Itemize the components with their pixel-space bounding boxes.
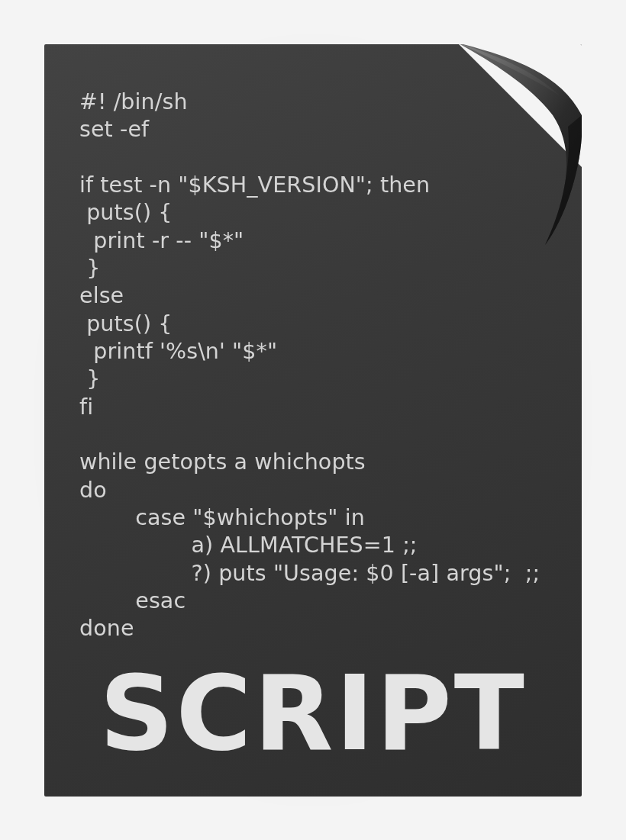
- code-text: #! /bin/sh set -ef if test -n "$KSH_VERS…: [79, 89, 540, 641]
- file-type-label: SCRIPT: [44, 654, 582, 774]
- page-corner-cut: [457, 44, 582, 169]
- canvas: #! /bin/sh set -ef if test -n "$KSH_VERS…: [0, 0, 626, 840]
- script-code-block: #! /bin/sh set -ef if test -n "$KSH_VERS…: [79, 89, 566, 643]
- document-page-icon: #! /bin/sh set -ef if test -n "$KSH_VERS…: [44, 44, 582, 797]
